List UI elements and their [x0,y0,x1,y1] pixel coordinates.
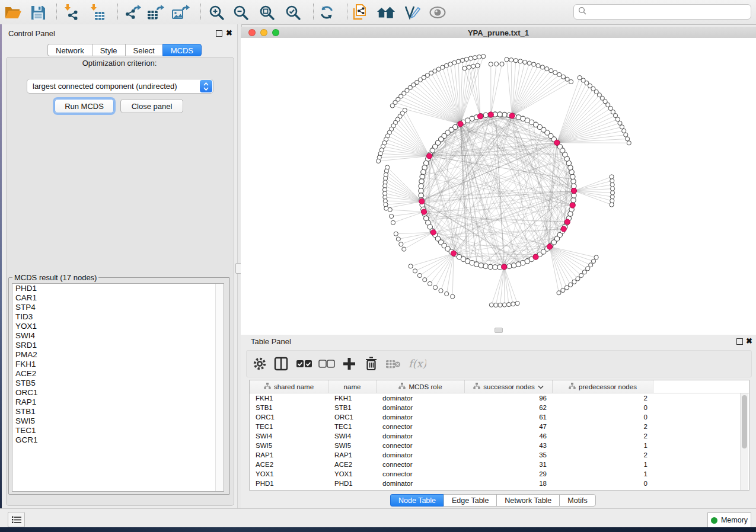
zoom-in-icon[interactable] [207,3,226,22]
mcds-result-item[interactable]: FKH1 [12,360,224,369]
table-row-TEC1[interactable]: TEC1TEC1connector472 [250,422,749,431]
mcds-result-item[interactable]: TID3 [12,312,224,322]
zoom-out-icon[interactable] [231,3,250,22]
cell-predecessor_nodes[interactable]: 0 [553,404,653,411]
deselect-all-icon[interactable] [317,354,336,373]
select-stepper-icon[interactable] [200,80,212,92]
cell-successor_nodes[interactable]: 46 [465,432,553,440]
mcds-result-item[interactable]: PHD1 [12,284,224,293]
cell-name[interactable]: YOX1 [328,470,377,477]
add-column-icon[interactable] [340,354,359,373]
cell-name[interactable]: SWI4 [328,432,377,440]
table-scrollbar-thumb[interactable] [742,395,747,448]
mcds-result-item[interactable]: SWI4 [12,331,224,341]
maximize-window-icon[interactable] [272,29,279,36]
close-panel-button[interactable]: Close panel [120,99,183,113]
cell-shared_name[interactable]: STB1 [250,404,328,411]
cell-name[interactable]: ACE2 [328,461,377,468]
tab-edge-table[interactable]: Edge Table [444,494,496,507]
cell-name[interactable]: TEC1 [328,423,377,430]
cell-shared_name[interactable]: RAP1 [250,451,328,459]
run-mcds-button[interactable]: Run MCDS [55,99,114,113]
mcds-result-item[interactable]: STB5 [12,379,224,388]
cell-successor_nodes[interactable]: 96 [465,395,553,402]
mcds-result-item[interactable]: STP4 [12,303,224,312]
tab-style[interactable]: Style [92,44,125,56]
mcds-result-list[interactable]: PHD1CAR1STP4TID3YOX1SWI4SRD1PMA2FKH1ACE2… [12,283,224,492]
cell-predecessor_nodes[interactable]: 2 [553,432,653,440]
tab-motifs[interactable]: Motifs [559,494,595,507]
task-history-button[interactable] [8,512,25,527]
table-row-STB1[interactable]: STB1STB1dominator620 [250,403,749,412]
cell-mcds_role[interactable]: connector [377,461,465,468]
export-network-icon[interactable] [124,3,143,22]
cell-predecessor_nodes[interactable]: 2 [553,395,653,402]
cell-shared_name[interactable]: YOX1 [250,470,328,477]
zoom-selected-icon[interactable] [283,3,302,22]
cell-successor_nodes[interactable]: 43 [465,442,553,449]
import-table-icon[interactable] [89,3,108,22]
network-canvas[interactable] [241,38,756,335]
cell-mcds_role[interactable]: dominator [377,480,465,487]
cell-mcds_role[interactable]: connector [377,442,465,449]
cell-successor_nodes[interactable]: 47 [465,423,553,430]
column-header-mcds_role[interactable]: MCDS role [377,380,465,393]
tab-node-table[interactable]: Node Table [390,494,444,507]
clone-network-icon[interactable] [350,3,369,22]
close-panel-icon[interactable]: ✖ [226,30,232,36]
cell-successor_nodes[interactable]: 62 [465,404,553,411]
cell-name[interactable]: PHD1 [328,480,377,487]
table-columns-icon[interactable] [272,354,291,373]
toggle-graphics-details-icon[interactable] [428,3,447,22]
close-window-icon[interactable] [248,29,256,36]
table-gear-icon[interactable] [250,354,269,373]
cell-name[interactable]: RAP1 [328,451,377,459]
table-row-FKH1[interactable]: FKH1FKH1dominator962 [250,393,749,403]
annotation-mode-icon[interactable] [403,3,422,22]
cell-name[interactable]: STB1 [328,404,377,411]
float-panel-icon[interactable] [216,30,222,37]
mcds-result-item[interactable]: ACE2 [12,369,224,379]
optimization-criterion-select[interactable]: largest connected component (undirected) [27,79,213,94]
first-neighbors-icon[interactable] [377,3,395,22]
tab-network[interactable]: Network [47,44,92,56]
mcds-result-item[interactable]: PMA2 [12,350,224,360]
cell-name[interactable]: ORC1 [328,414,377,421]
tab-mcds[interactable]: MCDS [162,44,202,56]
minimize-window-icon[interactable] [260,29,267,36]
cell-name[interactable]: SWI5 [328,442,377,449]
cell-successor_nodes[interactable]: 61 [465,414,553,421]
import-network-icon[interactable] [63,3,82,22]
table-row-ORC1[interactable]: ORC1ORC1dominator610 [250,412,749,422]
cell-name[interactable]: FKH1 [328,395,377,402]
float-table-panel-icon[interactable] [736,338,743,345]
refresh-icon[interactable] [317,3,336,22]
delete-column-icon[interactable] [362,354,381,373]
cell-mcds_role[interactable]: dominator [377,414,465,421]
cell-shared_name[interactable]: SWI4 [250,432,328,440]
mcds-result-item[interactable]: RAP1 [12,398,224,407]
table-row-ACE2[interactable]: ACE2ACE2connector311 [250,460,749,469]
mcds-result-item[interactable]: YOX1 [12,322,224,331]
cell-predecessor_nodes[interactable]: 0 [553,414,653,421]
table-scrollbar[interactable] [740,393,748,490]
column-header-successor_nodes[interactable]: successor nodes [465,380,553,393]
table-row-PHD1[interactable]: PHD1PHD1dominator180 [250,479,749,488]
table-row-RAP1[interactable]: RAP1RAP1dominator352 [250,450,749,460]
cell-mcds_role[interactable]: dominator [377,451,465,459]
cell-mcds_role[interactable]: connector [377,470,465,477]
cell-predecessor_nodes[interactable]: 0 [553,480,653,487]
mcds-list-scrollbar[interactable] [215,284,224,491]
cell-shared_name[interactable]: TEC1 [250,423,328,430]
column-header-shared_name[interactable]: shared name [250,380,328,393]
zoom-fit-icon[interactable] [257,3,276,22]
cell-shared_name[interactable]: PHD1 [250,480,328,487]
save-session-icon[interactable] [28,3,47,22]
export-table-icon[interactable] [146,3,165,22]
network-window-titlebar[interactable]: YPA_prune.txt_1 [241,27,756,39]
mcds-result-item[interactable]: TEC1 [12,426,224,435]
close-table-panel-icon[interactable]: ✖ [746,338,752,344]
tab-select[interactable]: Select [125,44,162,56]
cell-mcds_role[interactable]: dominator [377,395,465,402]
mcds-result-item[interactable]: SWI5 [12,416,224,426]
